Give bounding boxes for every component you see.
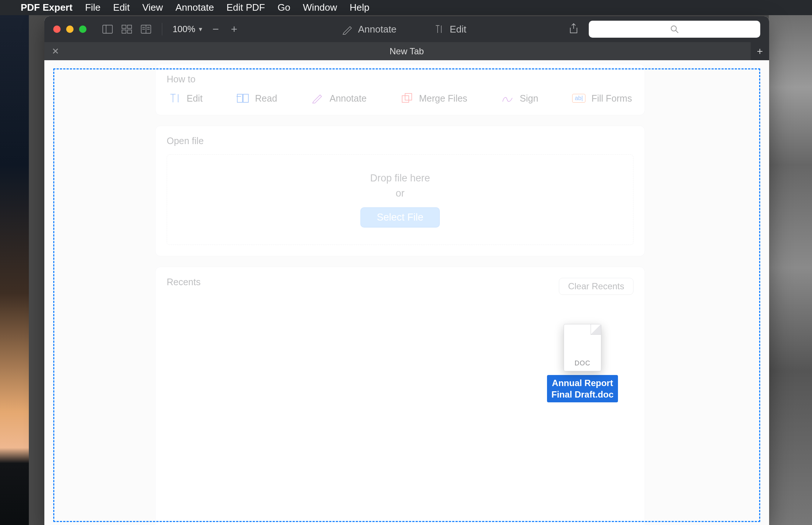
dragged-file-ext: DOC <box>575 359 591 367</box>
howto-fillforms[interactable]: ab| Fill Forms <box>572 93 632 104</box>
dragged-file-icon: DOC <box>564 324 601 371</box>
howto-annotate-label: Annotate <box>330 93 367 104</box>
new-tab-button[interactable]: + <box>751 42 769 60</box>
tab-title: New Tab <box>390 46 424 57</box>
search-input[interactable] <box>589 21 760 38</box>
menu-help[interactable]: Help <box>350 2 369 13</box>
select-file-button[interactable]: Select File <box>360 207 439 228</box>
howto-panel: How to Edit Read Annotate <box>155 64 645 115</box>
desktop-bg-right <box>769 10 812 525</box>
svg-rect-16 <box>237 94 242 102</box>
edit-mode-label: Edit <box>450 24 466 35</box>
dragged-file-name: Annual ReportFinal Draft.doc <box>547 375 618 402</box>
zoom-level-label: 100% <box>173 24 195 34</box>
desktop-bg-left <box>0 10 29 525</box>
tab-close-button[interactable]: ✕ <box>52 46 59 57</box>
howto-edit-label: Edit <box>187 93 203 104</box>
zoom-out-button[interactable]: − <box>210 23 221 35</box>
annotate-mode-label: Annotate <box>358 24 397 35</box>
content-area: How to Edit Read Annotate <box>44 60 769 525</box>
howto-edit[interactable]: Edit <box>168 93 203 104</box>
two-page-view-icon[interactable] <box>140 24 152 34</box>
toolbar-center-group: Annotate Edit <box>342 24 466 35</box>
drop-or-text: or <box>395 188 404 199</box>
zoom-level-control[interactable]: 100% ▾ <box>173 24 202 34</box>
howto-title: How to <box>167 74 633 85</box>
svg-rect-19 <box>402 96 409 102</box>
menu-annotate[interactable]: Annotate <box>176 2 214 13</box>
chevron-down-icon: ▾ <box>199 25 202 33</box>
svg-rect-17 <box>243 94 248 102</box>
svg-rect-4 <box>122 30 126 33</box>
macos-menubar: PDF Expert File Edit View Annotate Edit … <box>0 0 812 15</box>
howto-merge-label: Merge Files <box>419 93 468 104</box>
toolbar-right-group <box>569 21 760 38</box>
menu-edit[interactable]: Edit <box>113 2 130 13</box>
document-tabbar: ✕ New Tab + <box>44 42 769 60</box>
menu-editpdf[interactable]: Edit PDF <box>227 2 265 13</box>
app-window: 100% ▾ − + Annotate Edit ✕ New Ta <box>44 16 769 525</box>
svg-rect-20 <box>405 93 412 100</box>
howto-sign-label: Sign <box>520 93 538 104</box>
app-name[interactable]: PDF Expert <box>21 2 72 13</box>
page-fold-icon <box>591 324 601 335</box>
sidebar-toggle-icon[interactable] <box>102 24 113 34</box>
howto-merge[interactable]: Merge Files <box>401 93 468 104</box>
toolbar-divider <box>162 23 162 35</box>
edit-mode-button[interactable]: Edit <box>434 24 466 35</box>
svg-rect-2 <box>122 25 126 28</box>
svg-rect-5 <box>128 30 132 33</box>
menu-go[interactable]: Go <box>278 2 291 13</box>
howto-fill-label: Fill Forms <box>591 93 632 104</box>
traffic-lights <box>53 25 86 33</box>
svg-line-14 <box>676 30 678 33</box>
drop-text: Drop file here <box>370 173 430 184</box>
menu-view[interactable]: View <box>142 2 163 13</box>
annotate-mode-button[interactable]: Annotate <box>342 24 397 35</box>
howto-read[interactable]: Read <box>237 93 277 104</box>
openfile-title: Open file <box>167 136 633 146</box>
drop-zone[interactable]: Drop file here or Select File <box>167 154 633 245</box>
fill-form-badge-icon: ab| <box>572 94 585 103</box>
menu-window[interactable]: Window <box>303 2 337 13</box>
menu-file[interactable]: File <box>85 2 101 13</box>
window-toolbar: 100% ▾ − + Annotate Edit <box>44 16 769 42</box>
howto-read-label: Read <box>255 93 277 104</box>
svg-rect-3 <box>128 25 132 28</box>
window-zoom-button[interactable] <box>79 25 86 33</box>
svg-point-13 <box>671 26 676 31</box>
window-close-button[interactable] <box>53 25 61 33</box>
zoom-in-button[interactable]: + <box>229 23 239 35</box>
howto-annotate[interactable]: Annotate <box>311 93 367 104</box>
recents-title: Recents <box>167 277 201 287</box>
dragged-file-preview[interactable]: DOC Annual ReportFinal Draft.doc <box>547 324 618 402</box>
svg-rect-0 <box>103 25 112 33</box>
share-icon[interactable] <box>569 23 578 35</box>
clear-recents-button[interactable]: Clear Recents <box>559 278 633 295</box>
howto-sign[interactable]: Sign <box>501 93 538 104</box>
window-minimize-button[interactable] <box>66 25 74 33</box>
openfile-panel: Open file Drop file here or Select File <box>155 126 645 256</box>
thumbnails-view-icon[interactable] <box>121 24 132 34</box>
